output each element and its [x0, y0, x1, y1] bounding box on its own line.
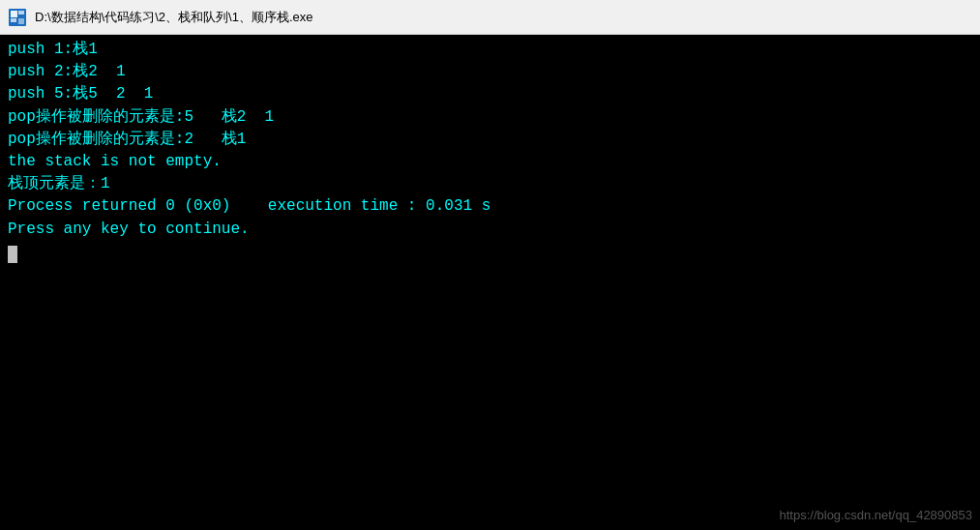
console-line: pop操作被删除的元素是:2 栈1 — [8, 129, 972, 151]
console-line: Process returned 0 (0x0) execution time … — [8, 195, 972, 218]
watermark: https://blog.csdn.net/qq_42890853 — [780, 508, 973, 522]
console-line: push 2:栈2 1 — [8, 61, 972, 83]
cursor-blink — [8, 246, 17, 263]
console-line: push 5:栈5 2 1 — [8, 83, 972, 105]
svg-rect-3 — [11, 18, 16, 22]
console-line: the stack is not empty. — [8, 151, 972, 173]
console-line: 栈顶元素是：1 — [8, 173, 972, 195]
window-title: D:\数据结构\代码练习\2、栈和队列\1、顺序栈.exe — [35, 9, 312, 26]
console-line: Press any key to continue. — [8, 219, 972, 241]
svg-rect-2 — [18, 11, 24, 15]
title-bar: D:\数据结构\代码练习\2、栈和队列\1、顺序栈.exe — [0, 0, 980, 35]
cursor-line — [8, 241, 972, 263]
svg-rect-4 — [18, 18, 24, 24]
console-line: push 1:栈1 — [8, 39, 972, 61]
console-area: push 1:栈1push 2:栈2 1push 5:栈5 2 1pop操作被删… — [0, 35, 980, 530]
svg-rect-1 — [11, 11, 17, 17]
console-line: pop操作被删除的元素是:5 栈2 1 — [8, 106, 972, 129]
window-icon — [8, 8, 27, 27]
